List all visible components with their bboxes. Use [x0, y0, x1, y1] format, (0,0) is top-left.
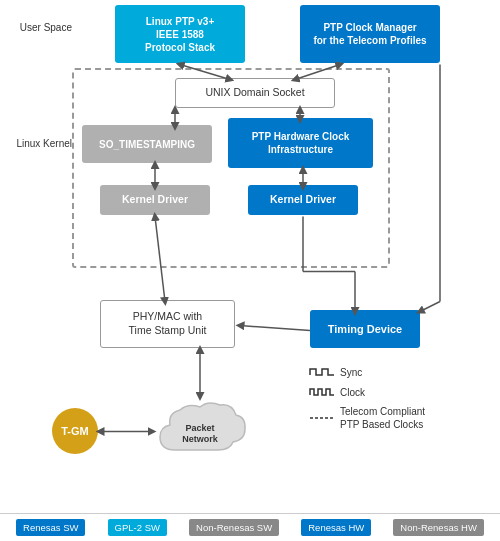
linux-kernel-label: Linux Kernel	[2, 138, 72, 149]
clock-signal-icon	[308, 385, 336, 399]
signal-legend-area: Sync Clock Telecom Compliant PTP Based C…	[308, 365, 483, 431]
ptp-clock-manager-box: PTP Clock Manager for the Telecom Profil…	[300, 5, 440, 63]
clock-label: Clock	[340, 387, 365, 398]
linux-ptp-box: Linux PTP v3+ IEEE 1588 Protocol Stack	[115, 5, 245, 63]
kernel-driver-right-box: Kernel Driver	[248, 185, 358, 215]
tgm-circle: T-GM	[52, 408, 98, 454]
legend-bar: Renesas SW GPL-2 SW Non-Renesas SW Renes…	[0, 513, 500, 541]
unix-domain-socket-box: UNIX Domain Socket	[175, 78, 335, 108]
legend-renesas-sw: Renesas SW	[16, 519, 85, 536]
diagram-area: User Space Linux Kernel Linux PTP v3+ IE…	[0, 0, 500, 513]
legend-gpl2-sw: GPL-2 SW	[108, 519, 167, 536]
svg-line-12	[240, 326, 310, 331]
telecom-label: Telecom Compliant PTP Based Clocks	[340, 405, 425, 431]
svg-text:Network: Network	[182, 434, 219, 444]
user-space-label: User Space	[2, 22, 72, 33]
so-timestamping-box: SO_TIMESTAMPING	[82, 125, 212, 163]
kernel-driver-left-box: Kernel Driver	[100, 185, 210, 215]
ptp-hw-clock-box: PTP Hardware Clock Infrastructure	[228, 118, 373, 168]
telecom-signal-icon	[308, 406, 336, 420]
sync-signal-icon	[308, 365, 336, 379]
phy-mac-box: PHY/MAC with Time Stamp Unit	[100, 300, 235, 348]
sync-label: Sync	[340, 367, 362, 378]
packet-network-cloud: Packet Network	[150, 395, 250, 460]
diagram-wrapper: User Space Linux Kernel Linux PTP v3+ IE…	[0, 0, 500, 541]
timing-device-box: Timing Device	[310, 310, 420, 348]
svg-line-16	[420, 302, 440, 312]
svg-text:Packet: Packet	[185, 423, 214, 433]
legend-renesas-hw: Renesas HW	[301, 519, 371, 536]
legend-non-renesas-hw: Non-Renesas HW	[393, 519, 484, 536]
legend-non-renesas-sw: Non-Renesas SW	[189, 519, 279, 536]
